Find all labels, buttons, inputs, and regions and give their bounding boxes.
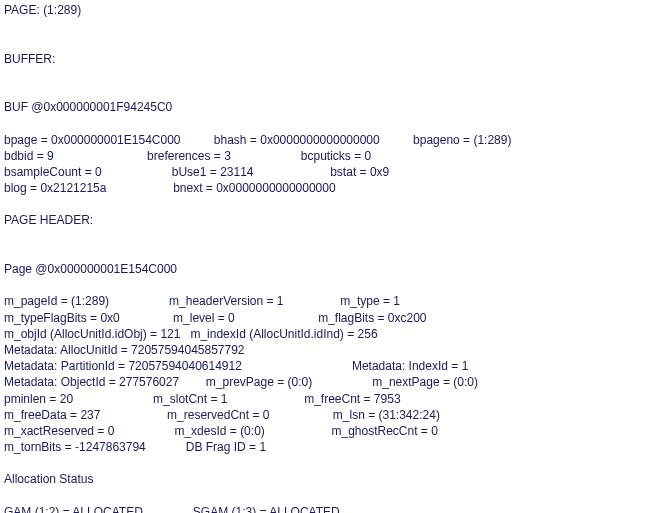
page-id: (1:289) bbox=[43, 3, 81, 17]
partitionId: 72057594040614912 bbox=[128, 359, 241, 373]
bnext: 0x0000000000000000 bbox=[216, 181, 335, 195]
m-slotCnt: 1 bbox=[221, 392, 228, 406]
m-tornBits: -1247863794 bbox=[75, 440, 146, 454]
bstat: 0x9 bbox=[370, 165, 389, 179]
m-objId: 121 bbox=[160, 327, 180, 341]
page-addr: 0x000000001E154C000 bbox=[48, 262, 177, 276]
m-level: 0 bbox=[228, 311, 235, 325]
m-type: 1 bbox=[393, 294, 400, 308]
indexIdMeta: 1 bbox=[462, 359, 469, 373]
m-lsn: (31:342:24) bbox=[379, 408, 440, 422]
m-flagBits: 0xc200 bbox=[388, 311, 427, 325]
bpage: 0x000000001E154C000 bbox=[51, 133, 180, 147]
m-xdesId: (0:0) bbox=[240, 424, 265, 438]
m-freeData: 237 bbox=[80, 408, 100, 422]
bUse1: 23114 bbox=[220, 165, 253, 179]
m-pageId: (1:289) bbox=[71, 294, 109, 308]
m-indexId: 256 bbox=[358, 327, 378, 341]
gam-status: GAM (1:2) = ALLOCATED bbox=[4, 505, 143, 513]
bcputicks: 0 bbox=[365, 149, 372, 163]
dbFragId: 1 bbox=[259, 440, 266, 454]
buf-addr: 0x000000001F94245C0 bbox=[44, 100, 173, 114]
m-prevPage: (0:0) bbox=[288, 375, 313, 389]
objectIdMeta: 277576027 bbox=[119, 375, 179, 389]
bpageno: (1:289) bbox=[473, 133, 511, 147]
m-freeCnt: 7953 bbox=[374, 392, 401, 406]
dbcc-page-output: PAGE: (1:289) BUFFER: BUF @0x000000001F9… bbox=[0, 0, 663, 513]
m-headerVersion: 1 bbox=[277, 294, 284, 308]
m-typeFlagBits: 0x0 bbox=[100, 311, 119, 325]
blog: 0x2121215a bbox=[40, 181, 106, 195]
bdbid: 9 bbox=[47, 149, 54, 163]
bsampleCount: 0 bbox=[95, 165, 102, 179]
m-ghostRecCnt: 0 bbox=[431, 424, 438, 438]
m-reservedCnt: 0 bbox=[263, 408, 270, 422]
sgam-status: SGAM (1:3) = ALLOCATED bbox=[193, 505, 340, 513]
bhash: 0x0000000000000000 bbox=[260, 133, 379, 147]
pminlen: 20 bbox=[60, 392, 73, 406]
allocUnitId: 72057594045857792 bbox=[131, 343, 244, 357]
m-xactReserved: 0 bbox=[108, 424, 115, 438]
m-nextPage: (0:0) bbox=[453, 375, 478, 389]
breferences: 3 bbox=[224, 149, 231, 163]
